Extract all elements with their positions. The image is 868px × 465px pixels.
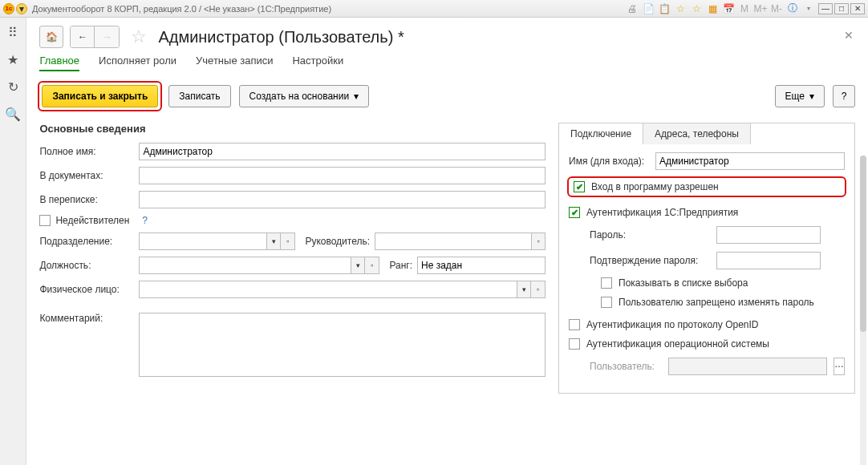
department-drop-icon[interactable]: ▾ xyxy=(266,232,281,250)
person-label: Физическое лицо: xyxy=(39,284,134,295)
comment-textarea[interactable] xyxy=(139,313,546,377)
history-icon[interactable]: ↻ xyxy=(5,79,21,95)
manager-label: Руководитель: xyxy=(305,236,370,247)
in-corr-input[interactable] xyxy=(139,191,546,208)
vertical-scrollbar[interactable] xyxy=(860,156,866,465)
dropdown-icon[interactable]: ▾ xyxy=(16,3,27,14)
m-plus-icon[interactable]: M+ xyxy=(754,2,767,15)
auth-1c-checkbox[interactable] xyxy=(569,207,580,218)
full-name-input[interactable] xyxy=(139,143,546,160)
app-icon: 1c xyxy=(3,3,14,14)
show-in-list-label: Показывать в списке выбора xyxy=(619,277,748,289)
forward-button[interactable]: → xyxy=(95,26,119,47)
show-in-list-checkbox[interactable] xyxy=(601,277,612,289)
inactive-checkbox[interactable] xyxy=(39,215,51,226)
window-titlebar: 1c ▾ Документооборот 8 КОРП, редакция 2.… xyxy=(0,0,868,18)
star-icon[interactable]: ★ xyxy=(5,51,21,67)
calendar-icon[interactable]: 📅 xyxy=(722,2,735,15)
page-close-icon[interactable]: ✕ xyxy=(844,29,854,42)
save-button[interactable]: Записать xyxy=(168,85,230,107)
password-confirm-input[interactable] xyxy=(716,252,821,269)
password-input[interactable] xyxy=(716,226,821,244)
inactive-label: Недействителен xyxy=(55,215,129,226)
save-close-button[interactable]: Записать и закрыть xyxy=(42,85,158,107)
rank-input[interactable] xyxy=(417,257,546,274)
highlight-save-close: Записать и закрыть xyxy=(39,83,160,110)
in-docs-label: В документах: xyxy=(39,170,134,181)
password-label: Пароль: xyxy=(590,229,710,241)
m-minus-icon[interactable]: M- xyxy=(770,2,783,15)
password-confirm-label: Подтверждение пароля: xyxy=(590,255,710,266)
comment-label: Комментарий: xyxy=(39,313,134,324)
window-title: Документооборот 8 КОРП, редакция 2.0 / <… xyxy=(32,4,331,14)
right-tab-box: Подключение Адреса, телефоны Имя (для вх… xyxy=(558,123,855,394)
fav-outline-icon[interactable]: ☆ xyxy=(690,2,703,15)
auth-1c-label: Аутентификация 1С:Предприятия xyxy=(586,207,738,218)
department-open-icon[interactable]: ▫ xyxy=(281,232,295,250)
minimize-button[interactable]: — xyxy=(818,3,833,14)
login-input[interactable] xyxy=(655,152,845,170)
department-label: Подразделение: xyxy=(39,236,134,247)
fav-star-icon[interactable]: ☆ xyxy=(674,2,687,15)
create-based-label: Создать на основании xyxy=(249,91,350,102)
in-docs-input[interactable] xyxy=(139,167,546,184)
apps-icon[interactable]: ⠿ xyxy=(5,24,21,40)
login-label: Имя (для входа): xyxy=(569,156,649,167)
nav-back-forward: ← → xyxy=(70,26,120,48)
tab-settings[interactable]: Настройки xyxy=(292,55,343,71)
info-icon[interactable]: ⓘ xyxy=(786,2,799,15)
left-column: Основные сведения Полное имя: В документ… xyxy=(39,123,546,394)
page-tabs: Главное Исполняет роли Учетные записи На… xyxy=(39,55,855,71)
chevron-down-icon: ▾ xyxy=(809,91,814,102)
position-input[interactable] xyxy=(139,257,351,274)
print-icon[interactable]: 🖨 xyxy=(626,2,639,15)
clipboard-icon[interactable]: 📋 xyxy=(658,2,671,15)
search-icon[interactable]: 🔍 xyxy=(5,106,21,122)
auth-os-label: Аутентификация операционной системы xyxy=(586,338,769,350)
tab-roles[interactable]: Исполняет роли xyxy=(99,55,176,71)
calc-icon[interactable]: ▦ xyxy=(706,2,719,15)
create-based-button[interactable]: Создать на основании▾ xyxy=(239,85,370,107)
person-drop-icon[interactable]: ▾ xyxy=(517,281,531,298)
position-open-icon[interactable]: ▫ xyxy=(365,257,379,274)
toolbar: Записать и закрыть Записать Создать на о… xyxy=(39,83,855,110)
help-button[interactable]: ? xyxy=(833,85,855,107)
os-user-input xyxy=(668,358,827,375)
more-button[interactable]: Еще▾ xyxy=(775,85,825,107)
department-input[interactable] xyxy=(139,232,266,250)
person-input[interactable] xyxy=(139,281,517,298)
tab-accounts[interactable]: Учетные записи xyxy=(196,55,273,71)
scrollbar-thumb[interactable] xyxy=(860,156,866,332)
auth-openid-checkbox[interactable] xyxy=(569,319,580,330)
manager-open-icon[interactable]: ▫ xyxy=(531,232,546,250)
back-button[interactable]: ← xyxy=(71,26,95,47)
page-title: Администратор (Пользователь) * xyxy=(158,28,404,46)
inactive-help-link[interactable]: ? xyxy=(142,215,148,226)
forbid-change-checkbox[interactable] xyxy=(601,297,612,308)
rank-label: Ранг: xyxy=(389,260,412,271)
maximize-button[interactable]: □ xyxy=(834,3,849,14)
tab-addresses[interactable]: Адреса, телефоны xyxy=(643,123,751,144)
tab-main[interactable]: Главное xyxy=(39,55,79,71)
os-user-label: Пользователь: xyxy=(590,361,662,372)
right-column: Подключение Адреса, телефоны Имя (для вх… xyxy=(558,123,855,394)
forbid-change-label: Пользователю запрещено изменять пароль xyxy=(619,297,814,308)
favorite-star-icon[interactable]: ☆ xyxy=(131,26,147,47)
manager-input[interactable] xyxy=(375,232,531,250)
section-basic: Основные сведения xyxy=(39,123,546,135)
info-drop-icon[interactable]: ▾ xyxy=(802,2,815,15)
m-icon[interactable]: M xyxy=(738,2,751,15)
more-label: Еще xyxy=(785,91,805,102)
position-drop-icon[interactable]: ▾ xyxy=(351,257,365,274)
os-user-browse-icon[interactable]: … xyxy=(834,358,845,375)
auth-os-checkbox[interactable] xyxy=(569,338,580,350)
home-button[interactable]: 🏠 xyxy=(39,26,63,48)
doc-icon[interactable]: 📄 xyxy=(642,2,655,15)
auth-openid-label: Аутентификация по протоколу OpenID xyxy=(586,319,759,330)
position-label: Должность: xyxy=(39,260,134,271)
person-open-icon[interactable]: ▫ xyxy=(531,281,546,298)
close-button[interactable]: ✕ xyxy=(850,3,865,14)
allow-login-checkbox[interactable] xyxy=(574,181,585,192)
tab-connection[interactable]: Подключение xyxy=(558,123,643,144)
in-corr-label: В переписке: xyxy=(39,194,134,205)
